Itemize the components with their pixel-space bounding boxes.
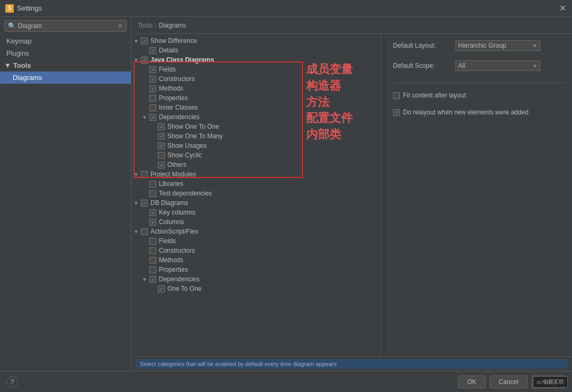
tree-checkbox[interactable] (149, 209, 156, 216)
tree-checkbox[interactable] (149, 257, 156, 264)
tree-checkbox[interactable] (141, 171, 148, 178)
tree-label: Dependencies (159, 275, 200, 283)
tree-checkbox[interactable] (149, 190, 156, 197)
tree-label: Methods (159, 256, 183, 264)
triangle-icon: ▼ (4, 61, 11, 69)
search-input[interactable] (18, 22, 115, 30)
sidebar-item-plugins-label: Plugins (6, 49, 29, 57)
app-icon: S (5, 4, 14, 13)
watermark: ⊙ 创新互联 (533, 376, 568, 388)
tree-label: Details (159, 47, 178, 54)
default-scope-row: Default Scope: All ▼ (393, 60, 565, 71)
ok-button[interactable]: OK (458, 376, 485, 388)
tree-row[interactable]: Methods (131, 255, 381, 265)
tree-label: Java Class Diagrams (150, 56, 214, 64)
tree-checkbox[interactable] (149, 266, 156, 273)
tree-row[interactable]: Libraries (131, 179, 381, 189)
tree-checkbox[interactable] (149, 181, 156, 188)
tree-checkbox[interactable] (149, 95, 156, 102)
tree-row[interactable]: Others (131, 160, 381, 170)
tree-row[interactable]: Java Class Diagrams (131, 55, 381, 65)
tree-row[interactable]: One To One (131, 284, 381, 293)
tree-checkbox[interactable] (149, 114, 156, 121)
tree-label: Show Difference (150, 37, 197, 44)
tree-row[interactable]: Show Usages (131, 141, 381, 150)
tree-row[interactable]: DB Diagrams (131, 198, 381, 208)
cancel-button[interactable]: Cancel (490, 376, 528, 388)
tree-checkbox[interactable] (149, 47, 156, 54)
tree-row[interactable]: Show One To Many (131, 131, 381, 141)
tree-row[interactable]: Properties (131, 265, 381, 274)
tree-label: Others (167, 161, 186, 168)
sidebar-item-diagrams[interactable]: Diagrams (0, 72, 131, 84)
tree-label: Test dependencies (159, 190, 212, 197)
tree-row[interactable]: Project Modules (131, 170, 381, 179)
tree-row[interactable]: Properties (131, 93, 381, 103)
tree-checkbox[interactable] (149, 276, 156, 283)
tree-label: Properties (159, 266, 188, 273)
tree-row[interactable]: Inner Classes (131, 103, 381, 112)
sidebar-item-plugins[interactable]: Plugins (0, 47, 131, 59)
tree-row[interactable]: Fields (131, 236, 381, 246)
default-scope-select[interactable]: All ▼ (455, 60, 540, 71)
tree-row[interactable]: Fields (131, 65, 381, 74)
default-scope-label: Default Scope: (393, 62, 451, 69)
default-layout-select[interactable]: Hierarchic Group ▼ (455, 40, 540, 51)
close-button[interactable]: ✕ (558, 4, 567, 13)
tree-row[interactable]: Key columns (131, 208, 381, 217)
tree-label: Methods (159, 85, 183, 92)
tree-label: Inner Classes (159, 104, 198, 111)
breadcrumb-diagrams: Diagrams (159, 22, 186, 29)
tree-row[interactable]: Dependencies (131, 112, 381, 122)
tree-checkbox[interactable] (149, 219, 156, 226)
relayout-checkbox[interactable] (393, 109, 400, 116)
main-layout: 🔍 ✕ Keymap Plugins ▼ Tools Diagrams Tool… (0, 17, 572, 371)
tree-row[interactable]: ActionScript/Flex (131, 227, 381, 236)
right-panel: Default Layout: Hierarchic Group ▼ Defau… (386, 34, 572, 357)
tree-checkbox[interactable] (149, 104, 156, 111)
tree-row[interactable]: Show Cyclic (131, 150, 381, 160)
tree-checkbox[interactable] (158, 152, 165, 159)
tree-checkbox[interactable] (158, 133, 165, 140)
tree-checkbox[interactable] (158, 123, 165, 130)
chevron-down-icon-2: ▼ (532, 63, 538, 69)
fit-content-checkbox[interactable] (393, 92, 400, 99)
tree-checkbox[interactable] (149, 238, 156, 245)
sidebar-item-keymap[interactable]: Keymap (0, 35, 131, 47)
tree-row[interactable]: Constructors (131, 74, 381, 84)
bottom-bar: ? OK Cancel Apply (0, 371, 572, 392)
tree-row[interactable]: Details (131, 46, 381, 55)
tree-checkbox[interactable] (141, 38, 148, 44)
default-layout-label: Default Layout: (393, 42, 451, 49)
tree-checkbox[interactable] (141, 200, 148, 207)
tree-label: Show One To Many (167, 132, 223, 140)
clear-icon[interactable]: ✕ (118, 22, 123, 30)
tree-checkbox[interactable] (149, 76, 156, 83)
tree-label: ActionScript/Flex (150, 228, 198, 235)
tree-row[interactable]: Show One To One (131, 122, 381, 131)
help-button[interactable]: ? (6, 376, 18, 388)
tree-checkbox[interactable] (158, 162, 165, 168)
tree-label: Show Cyclic (167, 152, 202, 159)
tree-checkbox[interactable] (149, 66, 156, 73)
title-bar: S Settings ✕ (0, 0, 572, 17)
tree-row[interactable]: Dependencies (131, 274, 381, 284)
tree-label: Columns (159, 218, 184, 226)
tree-label: Libraries (159, 180, 183, 188)
tree-checkbox[interactable] (141, 228, 148, 235)
tree-row[interactable]: Show Difference (131, 36, 381, 46)
tree-row[interactable]: Columns (131, 217, 381, 227)
tree-checkbox[interactable] (158, 142, 165, 149)
search-box[interactable]: 🔍 ✕ (4, 20, 127, 32)
tree-label: Fields (159, 66, 176, 73)
tree-checkbox[interactable] (141, 57, 148, 64)
tree-checkbox[interactable] (149, 247, 156, 254)
tree-row[interactable]: Methods (131, 84, 381, 93)
tree-checkbox[interactable] (149, 85, 156, 92)
default-layout-value: Hierarchic Group (458, 42, 506, 49)
tree-row[interactable]: Constructors (131, 246, 381, 255)
tree-checkbox[interactable] (158, 286, 165, 292)
sidebar-section-tools[interactable]: ▼ Tools (0, 59, 131, 72)
breadcrumb: Tools › Diagrams (131, 17, 572, 34)
tree-row[interactable]: Test dependencies (131, 189, 381, 198)
